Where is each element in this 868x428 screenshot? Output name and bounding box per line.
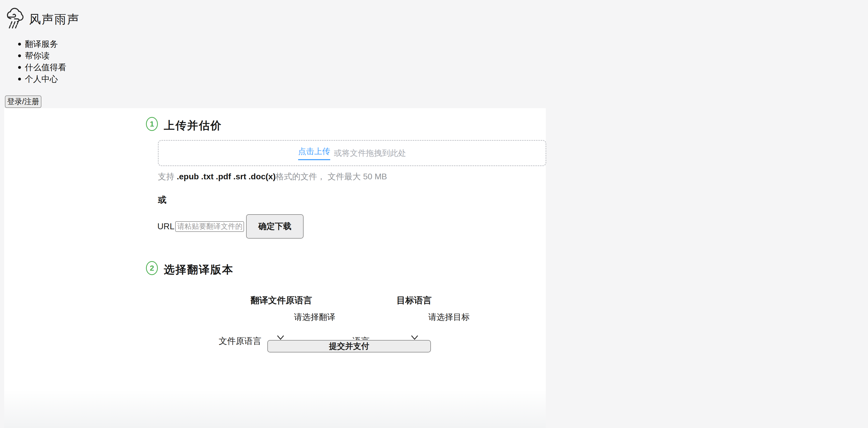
url-input[interactable] <box>175 221 244 232</box>
storm-cloud-wind-rain-icon <box>6 7 25 28</box>
main-nav: 翻译服务 帮你读 什么值得看 个人中心 <box>18 38 66 85</box>
source-language-select-placeholder-line2[interactable]: 文件原语言 <box>219 335 261 347</box>
nav-item-translate-service[interactable]: 翻译服务 <box>18 38 66 50</box>
support-prefix: 支持 <box>158 172 177 181</box>
target-language-select-placeholder-line1[interactable]: 请选择目标 <box>428 311 470 323</box>
step2-number-badge: 2 <box>146 261 158 275</box>
submit-and-pay-button[interactable]: 提交并支付 <box>267 340 431 353</box>
brand-logo[interactable] <box>6 7 25 28</box>
drag-drop-hint: 或将文件拖拽到此处 <box>334 148 406 159</box>
support-formats: .epub .txt .pdf .srt .doc(x) <box>177 172 276 181</box>
confirm-download-button[interactable]: 确定下载 <box>246 214 304 239</box>
supported-formats-line: 支持 .epub .txt .pdf .srt .doc(x)格式的文件， 文件… <box>158 171 387 182</box>
target-language-label: 目标语言 <box>397 295 432 306</box>
step1-title: 上传并估价 <box>164 118 222 133</box>
step1-number-badge: 1 <box>146 117 158 131</box>
nav-item-help-you-read[interactable]: 帮你读 <box>18 50 66 62</box>
login-register-button[interactable]: 登录/注册 <box>5 95 41 108</box>
site-title: 风声雨声 <box>29 11 80 27</box>
nav-item-personal-center[interactable]: 个人中心 <box>18 73 66 85</box>
nav-item-worth-reading[interactable]: 什么值得看 <box>18 62 66 73</box>
upload-dropzone[interactable]: 点击上传 或将文件拖拽到此处 <box>158 140 546 166</box>
step2-title: 选择翻译版本 <box>164 263 234 277</box>
url-label: URL <box>157 221 175 231</box>
source-language-select-placeholder-line1[interactable]: 请选择翻译 <box>294 311 335 323</box>
support-suffix: 格式的文件， 文件最大 50 MB <box>276 172 387 181</box>
page-background: 风声雨声 翻译服务 帮你读 什么值得看 个人中心 登录/注册 1 上传并估价 点… <box>0 0 868 428</box>
click-to-upload-link[interactable]: 点击上传 <box>298 146 330 160</box>
url-download-row: URL 确定下载 <box>157 214 304 239</box>
source-language-label: 翻译文件原语言 <box>250 295 312 306</box>
or-divider: 或 <box>158 194 166 206</box>
